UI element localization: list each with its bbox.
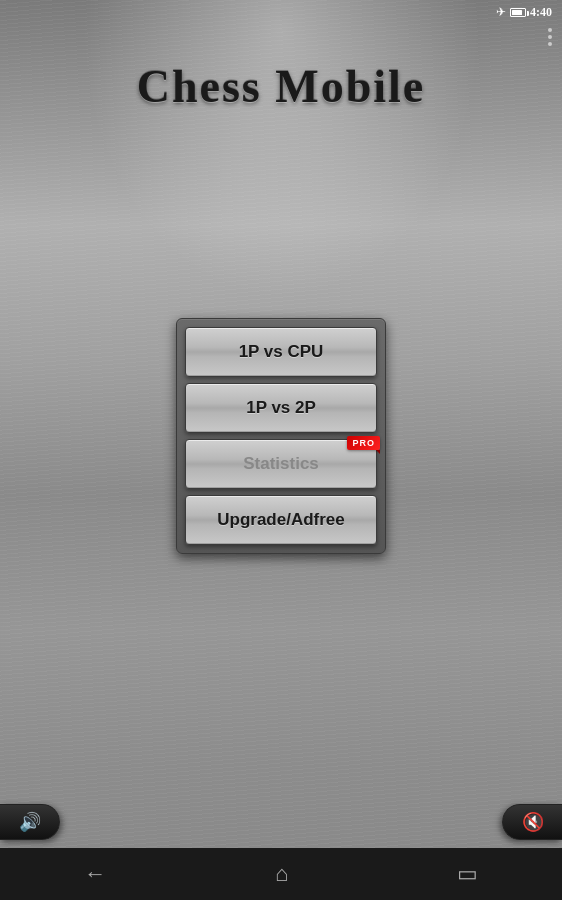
sound-on-button[interactable]: 🔊 <box>0 804 60 840</box>
sound-on-icon: 🔊 <box>19 811 41 833</box>
1p-vs-2p-button[interactable]: 1P vs 2P <box>185 383 377 433</box>
overflow-menu-button[interactable] <box>548 28 552 46</box>
dot-3 <box>548 42 552 46</box>
pro-badge: PRO <box>347 436 380 450</box>
upgrade-button[interactable]: Upgrade/Adfree <box>185 495 377 545</box>
back-button[interactable]: ← <box>84 861 106 887</box>
app-title: Chess Mobile <box>0 60 562 113</box>
sound-off-icon: 🔇 <box>522 811 544 833</box>
status-time: 4:40 <box>530 5 552 20</box>
sound-off-button[interactable]: 🔇 <box>502 804 562 840</box>
statistics-label: Statistics <box>243 454 319 473</box>
main-menu: 1P vs CPU 1P vs 2P Statistics PRO Upgrad… <box>176 318 386 554</box>
dot-2 <box>548 35 552 39</box>
home-button[interactable]: ⌂ <box>275 861 288 887</box>
status-bar: ✈ 4:40 <box>0 0 562 24</box>
airplane-icon: ✈ <box>496 5 506 20</box>
recents-button[interactable]: ▭ <box>457 861 478 887</box>
battery-icon <box>510 8 526 17</box>
1p-vs-cpu-button[interactable]: 1P vs CPU <box>185 327 377 377</box>
dot-1 <box>548 28 552 32</box>
statistics-button[interactable]: Statistics PRO <box>185 439 377 489</box>
navigation-bar: ← ⌂ ▭ <box>0 848 562 900</box>
